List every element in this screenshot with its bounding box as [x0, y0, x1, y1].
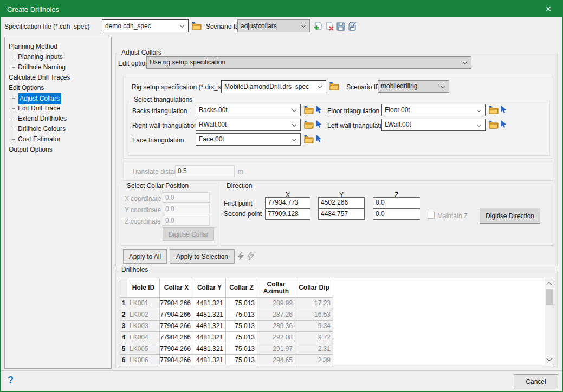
- translate-distance-input: 0.5: [175, 165, 235, 177]
- scroll-up-icon[interactable]: [547, 282, 552, 288]
- right-wall-triangulation-combobox[interactable]: RWall.00t: [196, 119, 301, 131]
- row-header[interactable]: 4: [120, 332, 127, 343]
- left-wall-triangulation-label: Left wall triangulation: [327, 122, 389, 129]
- first-point-x-input[interactable]: 77934.773: [265, 197, 310, 208]
- scenario-id-label: Scenario ID: [206, 23, 240, 30]
- lightning-icon: [247, 252, 254, 260]
- sidebar-item-planning-inputs[interactable]: Planning Inputs: [5, 52, 111, 62]
- col-collar-dip[interactable]: Collar Dip: [295, 278, 333, 298]
- close-icon[interactable]: ×: [542, 3, 554, 15]
- x-coordinate-label: X coordinate: [125, 195, 161, 202]
- save-as-icon[interactable]: [348, 22, 357, 31]
- col-collar-z[interactable]: Collar Z: [226, 278, 257, 298]
- left-wall-triangulation-combobox[interactable]: LWall.00t: [381, 119, 486, 131]
- sidebar-item-extend-drillholes[interactable]: Extend Drillholes: [5, 114, 111, 124]
- edit-options-combobox[interactable]: Use rig setup specification: [146, 56, 471, 69]
- z-coordinate-input: 0.0: [163, 215, 210, 226]
- folder-icon[interactable]: [489, 121, 499, 129]
- maintain-z-checkbox: [428, 212, 435, 219]
- table-row: 2 LK002 77904.266 4481.321 75.013 287.26…: [120, 309, 554, 321]
- rig-scenario-value: mobiledrillrig: [381, 82, 417, 90]
- sidebar-item-calculate-drill-traces[interactable]: Calculate Drill Traces: [5, 73, 111, 83]
- maintain-z-label: Maintain Z: [437, 212, 468, 220]
- rig-spec-combobox[interactable]: MobileDiamondDrill.drs_spec: [221, 80, 326, 93]
- floor-triangulation-combobox[interactable]: Floor.00t: [381, 104, 486, 116]
- folder-icon[interactable]: [304, 106, 314, 114]
- save-icon[interactable]: [336, 22, 345, 31]
- second-point-z-input[interactable]: 0.0: [373, 208, 420, 220]
- col-collar-y[interactable]: Collar Y: [193, 278, 226, 298]
- sidebar-item-drillhole-naming[interactable]: Drillhole Naming: [5, 62, 111, 73]
- scrollbar-thumb[interactable]: [546, 289, 553, 305]
- apply-to-all-button[interactable]: Apply to All: [123, 249, 167, 264]
- first-point-z-input[interactable]: 0.0: [373, 197, 420, 208]
- folder-icon[interactable]: [304, 121, 314, 129]
- chevron-down-icon: [292, 122, 296, 126]
- triangulations-group-label: Select triangulations: [132, 96, 195, 103]
- pick-arrow-icon[interactable]: [500, 120, 507, 128]
- spec-file-combobox[interactable]: demo.cdh_spec: [102, 19, 189, 32]
- folder-icon[interactable]: [489, 106, 499, 114]
- table-header-row: Hole ID Collar X Collar Y Collar Z Colla…: [120, 278, 554, 298]
- add-scenario-icon[interactable]: [314, 22, 323, 31]
- rig-scenario-combobox[interactable]: mobiledrillrig: [378, 80, 449, 93]
- scroll-down-icon[interactable]: [547, 356, 552, 362]
- vertical-scrollbar[interactable]: [545, 278, 554, 365]
- lightning-icon: [237, 252, 244, 260]
- col-hole-id[interactable]: Hole ID: [127, 278, 160, 298]
- second-point-y-input[interactable]: 4484.757: [318, 208, 365, 220]
- sidebar-item-edit-drill-trace[interactable]: Edit Drill Trace: [5, 103, 111, 114]
- row-header[interactable]: 6: [120, 355, 127, 365]
- sidebar-item-adjust-collars[interactable]: Adjust Collars: [5, 93, 111, 103]
- chevron-down-icon: [463, 60, 467, 64]
- folder-icon[interactable]: [192, 22, 202, 30]
- pick-arrow-icon[interactable]: [315, 120, 322, 128]
- folder-icon[interactable]: [304, 135, 314, 143]
- sidebar-item-output-options[interactable]: Output Options: [5, 145, 111, 155]
- sidebar-item-cost-estimator[interactable]: Cost Estimator: [5, 134, 111, 145]
- sidebar-item-planning-method[interactable]: Planning Method: [5, 42, 111, 52]
- navigation-tree: Planning Method Planning Inputs Drillhol…: [4, 37, 112, 369]
- cancel-button[interactable]: Cancel: [514, 374, 558, 389]
- pick-arrow-icon[interactable]: [315, 106, 322, 114]
- folder-icon[interactable]: [329, 82, 339, 90]
- second-point-x-input[interactable]: 77909.128: [265, 208, 310, 220]
- right-wall-triangulation-label: Right wall triangulation: [132, 122, 198, 129]
- spec-file-value: demo.cdh_spec: [105, 22, 151, 30]
- pick-arrow-icon[interactable]: [315, 135, 322, 143]
- drillholes-group-label: Drillholes: [119, 266, 150, 273]
- digitise-collar-button: Digitise Collar: [163, 227, 214, 241]
- table-row: 6 LK006 77904.266 4481.321 75.013 294.65…: [120, 355, 554, 365]
- rig-scenario-label: Scenario ID: [346, 83, 380, 91]
- chevron-down-icon: [318, 83, 322, 88]
- first-point-y-input[interactable]: 4502.266: [318, 197, 365, 208]
- row-header[interactable]: 2: [120, 309, 127, 321]
- sidebar-item-drillhole-colours[interactable]: Drillhole Colours: [5, 124, 111, 134]
- digitise-direction-button[interactable]: Digitise Direction: [480, 208, 540, 224]
- row-header[interactable]: 1: [120, 298, 127, 309]
- chevron-down-icon: [180, 23, 184, 27]
- scenario-id-combobox[interactable]: adjustcollars: [237, 19, 310, 32]
- rig-spec-value: MobileDiamondDrill.drs_spec: [224, 83, 309, 90]
- help-icon[interactable]: ?: [8, 375, 14, 386]
- pick-arrow-icon[interactable]: [500, 106, 507, 114]
- spec-file-label: Specification file (*.cdh_spec): [4, 23, 89, 30]
- chevron-down-icon: [477, 107, 481, 112]
- row-header[interactable]: 5: [120, 343, 127, 355]
- scenario-id-value: adjustcollars: [241, 22, 277, 30]
- sidebar-item-edit-options[interactable]: Edit Options: [5, 83, 111, 93]
- apply-to-selection-button[interactable]: Apply to Selection: [170, 249, 235, 264]
- table-row: 3 LK003 77904.266 4481.321 75.013 289.36…: [120, 321, 554, 332]
- row-header[interactable]: 3: [120, 321, 127, 332]
- y-coordinate-input: 0.0: [163, 204, 210, 214]
- edit-options-value: Use rig setup specification: [150, 58, 225, 66]
- delete-scenario-icon[interactable]: [325, 22, 334, 31]
- collar-position-group-label: Select Collar Position: [125, 182, 191, 190]
- backs-triangulation-label: Backs triangulation: [132, 107, 187, 115]
- drillholes-table: Hole ID Collar X Collar Y Collar Z Colla…: [120, 278, 554, 365]
- col-collar-azimuth[interactable]: Collar Azimuth: [257, 278, 295, 298]
- adjust-collars-group-label: Adjust Collars: [119, 49, 164, 56]
- face-triangulation-combobox[interactable]: Face.00t: [196, 133, 301, 146]
- backs-triangulation-combobox[interactable]: Backs.00t: [196, 104, 301, 116]
- col-collar-x[interactable]: Collar X: [160, 278, 193, 298]
